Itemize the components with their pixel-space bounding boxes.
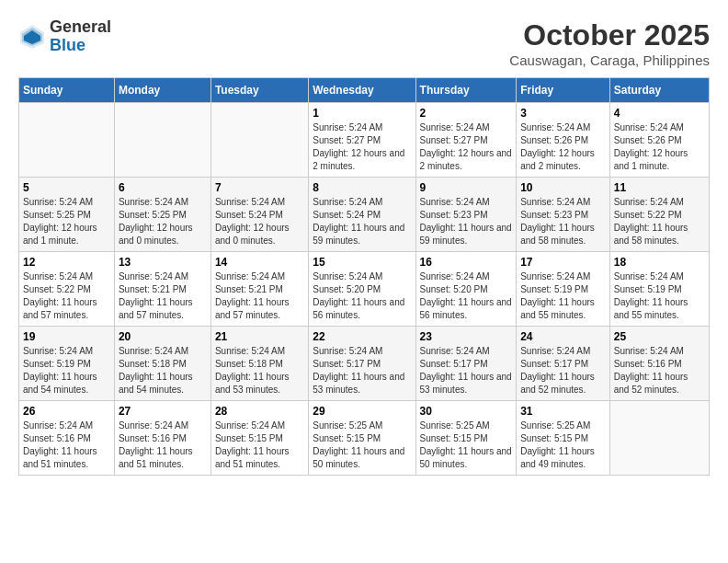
day-info: Sunrise: 5:24 AM Sunset: 5:16 PM Dayligh… (119, 419, 207, 471)
day-number: 7 (215, 181, 304, 194)
day-number: 11 (614, 181, 705, 194)
calendar-cell: 18Sunrise: 5:24 AM Sunset: 5:19 PM Dayli… (609, 252, 709, 327)
calendar-cell: 22Sunrise: 5:24 AM Sunset: 5:17 PM Dayli… (309, 327, 415, 401)
calendar-cell: 2Sunrise: 5:24 AM Sunset: 5:27 PM Daylig… (415, 103, 517, 178)
calendar-week-3: 19Sunrise: 5:24 AM Sunset: 5:19 PM Dayli… (19, 327, 710, 401)
calendar-cell: 8Sunrise: 5:24 AM Sunset: 5:24 PM Daylig… (309, 178, 415, 252)
calendar-cell (114, 103, 210, 178)
calendar-cell: 26Sunrise: 5:24 AM Sunset: 5:16 PM Dayli… (19, 401, 115, 476)
day-info: Sunrise: 5:24 AM Sunset: 5:25 PM Dayligh… (119, 196, 207, 247)
calendar-table: Sunday Monday Tuesday Wednesday Thursday… (18, 77, 710, 476)
day-info: Sunrise: 5:24 AM Sunset: 5:16 PM Dayligh… (614, 345, 705, 396)
day-number: 22 (313, 330, 411, 343)
day-info: Sunrise: 5:24 AM Sunset: 5:22 PM Dayligh… (614, 196, 705, 247)
day-info: Sunrise: 5:24 AM Sunset: 5:26 PM Dayligh… (614, 121, 705, 173)
day-number: 12 (23, 256, 110, 269)
calendar-cell: 1Sunrise: 5:24 AM Sunset: 5:27 PM Daylig… (309, 103, 415, 178)
day-info: Sunrise: 5:24 AM Sunset: 5:25 PM Dayligh… (23, 196, 110, 247)
calendar-cell: 12Sunrise: 5:24 AM Sunset: 5:22 PM Dayli… (19, 252, 115, 327)
day-number: 26 (23, 405, 110, 418)
calendar-week-4: 26Sunrise: 5:24 AM Sunset: 5:16 PM Dayli… (19, 401, 710, 476)
day-info: Sunrise: 5:24 AM Sunset: 5:15 PM Dayligh… (215, 419, 304, 471)
calendar-cell: 15Sunrise: 5:24 AM Sunset: 5:20 PM Dayli… (309, 252, 415, 327)
day-info: Sunrise: 5:25 AM Sunset: 5:15 PM Dayligh… (420, 419, 513, 471)
day-number: 18 (614, 256, 705, 269)
day-info: Sunrise: 5:25 AM Sunset: 5:15 PM Dayligh… (520, 419, 606, 471)
month-title: October 2025 (509, 18, 710, 52)
calendar-cell: 30Sunrise: 5:25 AM Sunset: 5:15 PM Dayli… (415, 401, 517, 476)
day-info: Sunrise: 5:24 AM Sunset: 5:27 PM Dayligh… (420, 121, 513, 173)
calendar-cell: 23Sunrise: 5:24 AM Sunset: 5:17 PM Dayli… (415, 327, 517, 401)
day-info: Sunrise: 5:24 AM Sunset: 5:22 PM Dayligh… (23, 270, 110, 322)
calendar-cell: 19Sunrise: 5:24 AM Sunset: 5:19 PM Dayli… (19, 327, 115, 401)
calendar-cell: 13Sunrise: 5:24 AM Sunset: 5:21 PM Dayli… (114, 252, 210, 327)
day-number: 27 (119, 405, 207, 418)
header-row: Sunday Monday Tuesday Wednesday Thursday… (19, 78, 710, 103)
day-number: 30 (420, 405, 513, 418)
day-number: 28 (215, 405, 304, 418)
calendar-cell: 10Sunrise: 5:24 AM Sunset: 5:23 PM Dayli… (517, 178, 610, 252)
calendar-cell: 5Sunrise: 5:24 AM Sunset: 5:25 PM Daylig… (19, 178, 115, 252)
page-header: General Blue October 2025 Causwagan, Car… (18, 18, 710, 68)
day-info: Sunrise: 5:24 AM Sunset: 5:27 PM Dayligh… (313, 121, 411, 173)
day-info: Sunrise: 5:24 AM Sunset: 5:18 PM Dayligh… (215, 345, 304, 396)
day-info: Sunrise: 5:24 AM Sunset: 5:19 PM Dayligh… (614, 270, 705, 322)
logo-general: General (50, 18, 111, 37)
day-number: 13 (119, 256, 207, 269)
calendar-cell (19, 103, 115, 178)
day-info: Sunrise: 5:24 AM Sunset: 5:23 PM Dayligh… (520, 196, 606, 247)
header-wednesday: Wednesday (309, 78, 415, 103)
day-info: Sunrise: 5:24 AM Sunset: 5:21 PM Dayligh… (119, 270, 207, 322)
calendar-cell: 17Sunrise: 5:24 AM Sunset: 5:19 PM Dayli… (517, 252, 610, 327)
calendar-cell: 28Sunrise: 5:24 AM Sunset: 5:15 PM Dayli… (210, 401, 308, 476)
calendar-week-2: 12Sunrise: 5:24 AM Sunset: 5:22 PM Dayli… (19, 252, 710, 327)
day-info: Sunrise: 5:24 AM Sunset: 5:16 PM Dayligh… (23, 419, 110, 471)
day-number: 19 (23, 330, 110, 343)
day-info: Sunrise: 5:24 AM Sunset: 5:24 PM Dayligh… (313, 196, 411, 247)
calendar-cell: 7Sunrise: 5:24 AM Sunset: 5:24 PM Daylig… (210, 178, 308, 252)
day-number: 10 (520, 181, 606, 194)
day-number: 23 (420, 330, 513, 343)
header-monday: Monday (114, 78, 210, 103)
day-info: Sunrise: 5:24 AM Sunset: 5:19 PM Dayligh… (520, 270, 606, 322)
calendar-cell (210, 103, 308, 178)
calendar-cell: 20Sunrise: 5:24 AM Sunset: 5:18 PM Dayli… (114, 327, 210, 401)
day-number: 31 (520, 405, 606, 418)
day-info: Sunrise: 5:24 AM Sunset: 5:17 PM Dayligh… (520, 345, 606, 396)
calendar-cell: 4Sunrise: 5:24 AM Sunset: 5:26 PM Daylig… (609, 103, 709, 178)
calendar-cell: 25Sunrise: 5:24 AM Sunset: 5:16 PM Dayli… (609, 327, 709, 401)
calendar-cell: 31Sunrise: 5:25 AM Sunset: 5:15 PM Dayli… (517, 401, 610, 476)
calendar-cell: 29Sunrise: 5:25 AM Sunset: 5:15 PM Dayli… (309, 401, 415, 476)
day-info: Sunrise: 5:24 AM Sunset: 5:20 PM Dayligh… (313, 270, 411, 322)
header-sunday: Sunday (19, 78, 115, 103)
title-section: October 2025 Causwagan, Caraga, Philippi… (509, 18, 710, 68)
logo-text: General Blue (50, 18, 111, 55)
day-number: 8 (313, 181, 411, 194)
logo-blue: Blue (50, 37, 111, 55)
day-number: 21 (215, 330, 304, 343)
day-number: 6 (119, 181, 207, 194)
calendar-cell: 27Sunrise: 5:24 AM Sunset: 5:16 PM Dayli… (114, 401, 210, 476)
day-number: 15 (313, 256, 411, 269)
calendar-cell: 9Sunrise: 5:24 AM Sunset: 5:23 PM Daylig… (415, 178, 517, 252)
calendar-header: Sunday Monday Tuesday Wednesday Thursday… (19, 78, 710, 103)
calendar-week-0: 1Sunrise: 5:24 AM Sunset: 5:27 PM Daylig… (19, 103, 710, 178)
calendar-cell: 16Sunrise: 5:24 AM Sunset: 5:20 PM Dayli… (415, 252, 517, 327)
header-friday: Friday (517, 78, 610, 103)
location: Causwagan, Caraga, Philippines (509, 52, 710, 68)
calendar-cell: 3Sunrise: 5:24 AM Sunset: 5:26 PM Daylig… (517, 103, 610, 178)
day-number: 17 (520, 256, 606, 269)
header-tuesday: Tuesday (210, 78, 308, 103)
header-saturday: Saturday (609, 78, 709, 103)
calendar-cell: 6Sunrise: 5:24 AM Sunset: 5:25 PM Daylig… (114, 178, 210, 252)
day-number: 24 (520, 330, 606, 343)
day-number: 5 (23, 181, 110, 194)
day-info: Sunrise: 5:24 AM Sunset: 5:20 PM Dayligh… (420, 270, 513, 322)
day-number: 25 (614, 330, 705, 343)
day-number: 9 (420, 181, 513, 194)
day-number: 4 (614, 107, 705, 120)
day-number: 2 (420, 107, 513, 120)
calendar-cell: 11Sunrise: 5:24 AM Sunset: 5:22 PM Dayli… (609, 178, 709, 252)
day-info: Sunrise: 5:24 AM Sunset: 5:18 PM Dayligh… (119, 345, 207, 396)
calendar-cell: 24Sunrise: 5:24 AM Sunset: 5:17 PM Dayli… (517, 327, 610, 401)
